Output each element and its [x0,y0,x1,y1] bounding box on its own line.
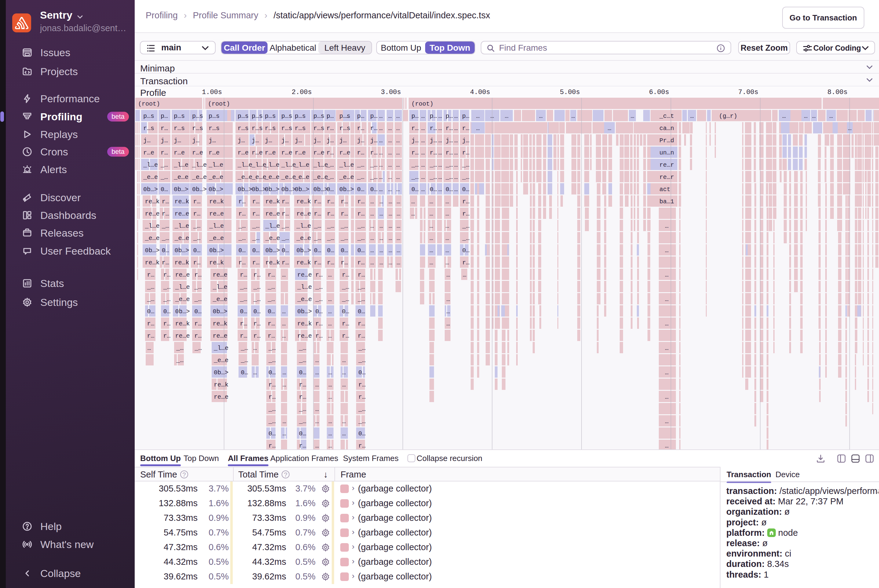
svg-text:r…s: r…s [339,125,350,132]
svg-text:…: … [388,174,392,181]
svg-text:0…: 0… [315,308,323,315]
svg-text:r…: r… [193,198,200,205]
svg-text:…: … [782,112,786,120]
svg-text:r…: r… [269,442,276,449]
svg-text:…: … [430,210,433,218]
svg-text:0b…>: 0b…> [252,186,266,193]
svg-text:r…: r… [430,149,437,156]
svg-text:r…: r… [282,259,289,266]
svg-text:0…: 0… [462,186,469,193]
svg-text:_…: _… [163,284,170,291]
svg-text:r…: r… [462,259,469,266]
svg-text:r…e: r…e [209,149,219,156]
svg-text:_…: _… [357,235,365,242]
svg-text:r…: r… [252,259,260,266]
svg-text:j…: j… [281,137,288,144]
svg-text:r…e: r…e [192,149,203,156]
svg-text:_l…e: _l…e [173,162,188,168]
svg-text:_…: _… [194,345,202,352]
svg-text:ba…1: ba…1 [660,198,674,205]
svg-text:r…: r… [269,381,276,388]
svg-text:r…: r… [315,272,323,278]
svg-text:…: … [812,112,816,120]
svg-text:0…: 0… [194,308,201,315]
svg-text:…: … [379,198,383,205]
svg-text:p…s: p…s [313,112,325,120]
svg-text:…: … [454,149,458,156]
svg-text:_l…e: _l…e [208,162,223,168]
svg-text:0b…>: 0b…> [339,186,354,193]
svg-text:…: … [454,186,458,193]
svg-text:_…: _… [370,174,377,181]
svg-text:r…: r… [194,320,201,327]
svg-text:0b…>: 0b…> [295,186,310,193]
svg-text:_…: _… [357,222,365,230]
svg-text:r…: r… [282,210,289,218]
svg-text:r…: r… [357,125,364,132]
svg-text:r…s: r…s [209,125,219,132]
svg-text:r…: r… [357,149,364,156]
svg-text:_…: _… [358,406,365,413]
svg-text:j…: j… [161,137,168,144]
svg-text:0…: 0… [282,247,289,254]
svg-text:p…s: p…s [252,112,263,120]
svg-text:j…: j… [326,137,334,144]
svg-text:…: … [421,174,425,181]
svg-text:r…: r… [299,393,307,400]
svg-text:…: … [371,222,374,230]
svg-text:_…: _… [326,162,334,168]
svg-text:0b…>: 0b…> [237,186,252,193]
svg-text:_l…e: _l…e [313,162,328,168]
svg-text:0b…>: 0b…> [192,186,207,193]
svg-text:r…: r… [358,272,365,278]
svg-text:0…: 0… [161,186,168,193]
svg-text:_l…e: _l…e [192,162,207,168]
svg-text:(root): (root) [138,100,160,108]
svg-text:…: … [665,418,669,425]
svg-text:…: … [379,210,383,218]
svg-text:r…: r… [238,259,246,266]
svg-text:…: … [282,369,286,376]
svg-text:…: … [421,112,425,120]
svg-text:r…: r… [162,210,169,218]
svg-text:…: … [607,125,611,132]
svg-text:…: … [454,125,458,132]
svg-text:0b…>: 0b…> [174,186,188,193]
svg-text:_…: _… [193,222,200,230]
svg-text:…: … [829,112,833,120]
svg-text:…: … [379,222,383,230]
svg-text:r…: r… [342,320,349,327]
svg-text:…: … [388,162,392,168]
svg-text:0…: 0… [253,308,260,315]
svg-text:re…e: re…e [213,333,227,339]
svg-text:0…: 0… [240,308,247,315]
svg-text:_…: _… [252,235,260,242]
svg-text:_…: _… [358,345,365,352]
svg-text:j…: j… [295,137,302,144]
svg-text:_l…e: _l…e [281,162,296,168]
svg-text:r…: r… [358,333,365,339]
svg-text:…: … [397,210,400,218]
svg-text:p…s: p…s [281,112,292,120]
svg-text:r…: r… [341,198,348,205]
svg-text:j…: j… [357,137,364,144]
svg-text:…: … [421,125,425,132]
svg-text:_e…e: _e…e [281,174,296,181]
svg-text:_l…e: _l…e [296,222,311,230]
svg-text:re…k: re…k [214,381,228,388]
svg-text:…: … [438,162,442,168]
svg-text:j…: j… [430,137,437,144]
svg-text:…: … [282,333,286,339]
svg-text:re…e: re…e [175,272,190,278]
svg-text:0…: 0… [412,186,419,193]
svg-text:r…: r… [240,333,247,339]
svg-text:…: … [282,308,286,315]
svg-text:r…: r… [327,210,334,218]
svg-text:_l…e: _l…e [212,284,227,291]
svg-text:…: … [388,149,392,156]
svg-text:_e…e: _e…e [212,296,227,303]
svg-text:r…: r… [314,259,321,266]
svg-text:r…: r… [163,333,170,339]
svg-text:…: … [379,112,383,120]
svg-text:r…: r… [358,393,365,400]
